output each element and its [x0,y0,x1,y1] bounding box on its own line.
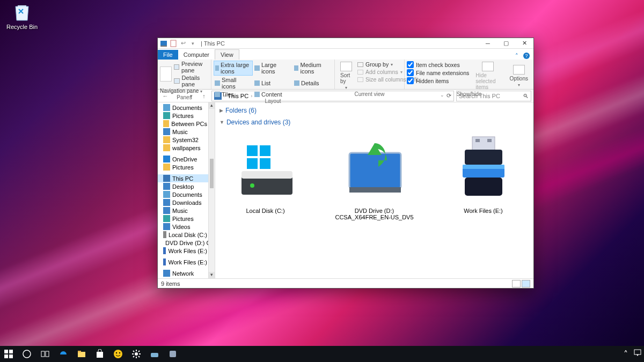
svg-rect-13 [349,187,401,193]
options-button[interactable]: Options▾ [507,61,531,91]
music-icon [163,128,170,135]
view-large-icon[interactable] [522,280,530,287]
tab-view[interactable]: View [215,49,239,60]
tree-item[interactable]: Pictures [158,215,208,223]
svg-point-25 [23,350,31,358]
layout-content[interactable]: Content [253,91,292,98]
layout-tiles[interactable]: Tiles [214,91,253,98]
details-pane-button[interactable]: Details pane [174,75,209,87]
window-title: This PC [204,40,225,47]
ribbon-collapse-icon[interactable]: ˄ [513,52,521,60]
layout-extra-large[interactable]: Extra large icons [214,61,253,76]
tab-computer[interactable]: Computer [178,50,215,60]
preview-pane-button[interactable]: Preview pane [174,61,209,73]
start-button[interactable] [2,348,15,360]
tree-item-label: Music [172,129,188,135]
scroll-down-icon[interactable]: ▾ [209,272,215,278]
tray-action-center-icon[interactable] [633,349,642,359]
taskbar-edge[interactable] [57,348,70,360]
qat-app-icon [160,40,167,47]
svg-rect-10 [247,158,258,169]
group-showhide-label: Show/hide [407,91,531,98]
tree-scrollbar[interactable]: ▴ ▾ [209,102,215,278]
tree-item[interactable]: Documents [158,190,208,198]
tree-item[interactable]: Documents [158,104,208,112]
preview-pane-icon [174,64,179,70]
tree-item[interactable]: Network [158,269,208,277]
tree-item[interactable]: System32 [158,136,208,144]
tree-item[interactable]: Music [158,206,208,215]
hdd-icon [163,231,166,238]
drive-item[interactable]: Local Disk (C:) [222,134,309,220]
layout-medium[interactable]: Medium icons [293,61,332,76]
scroll-thumb[interactable] [210,159,214,188]
tree-item[interactable]: Music [158,128,208,136]
sizefit-icon [357,77,363,82]
nav-pane-button[interactable]: Navigation pane ▾ [160,88,209,94]
vid-icon [163,223,170,230]
taskbar[interactable]: ˄ [0,346,644,362]
nav-tree[interactable]: DocumentsPicturesBetween PCsMusicSystem3… [158,102,209,278]
group-folders[interactable]: ▶Folders (6) [219,105,529,116]
maximize-button[interactable]: ▢ [497,38,515,49]
svg-text:?: ? [525,53,528,58]
group-drives[interactable]: ▼Devices and drives (3) [219,116,529,128]
tree-item[interactable]: Pictures [158,112,208,120]
tree-item-label: Desktop [172,183,194,190]
taskbar-store[interactable] [93,348,106,360]
tree-item[interactable]: Videos [158,223,208,231]
tree-item[interactable]: Work Files (E:) [158,247,208,255]
tab-file[interactable]: File [158,50,178,60]
svg-rect-29 [78,351,81,352]
tree-item[interactable]: DVD Drive (D:) C [158,239,208,247]
drive-label: Work Files (E:) [440,208,527,214]
tree-item[interactable]: Work Files (E:) [158,258,208,266]
drive-item[interactable]: Work Files (E:) [440,134,527,220]
folder-icon [163,164,170,171]
tree-item[interactable]: Local Disk (C:) [158,231,208,239]
taskbar-settings[interactable] [130,348,143,360]
layout-small[interactable]: Small icons [214,76,253,90]
layout-large[interactable]: Large icons [253,61,292,76]
svg-point-32 [116,352,117,353]
item-checkboxes-toggle[interactable]: Item check boxes [407,61,469,69]
content-icon [254,92,260,97]
hidden-items-toggle[interactable]: Hidden items [407,77,469,85]
task-view-button[interactable] [39,348,52,360]
tree-item[interactable]: Downloads [158,198,208,206]
scroll-up-icon[interactable]: ▴ [209,102,215,109]
drive-item[interactable]: DVD Drive (D:) CCSA_X64FRE_EN-US_DV5 [331,134,418,220]
tree-item[interactable]: Desktop [158,182,208,190]
layout-details[interactable]: Details [293,76,332,90]
qat-properties-icon[interactable] [170,40,177,47]
hide-selected-button[interactable]: Hide selected items [472,61,503,91]
filename-ext-toggle[interactable]: File name extensions [407,69,469,77]
cortana-button[interactable] [20,348,33,360]
tree-item[interactable]: wallpapers [158,144,208,152]
svg-rect-22 [9,350,13,353]
view-details-icon[interactable] [512,280,521,287]
folder-icon [163,144,170,151]
minimize-button[interactable]: ─ [479,38,497,49]
tree-item[interactable]: Between PCs [158,120,208,128]
taskbar-app2[interactable] [166,348,179,360]
tray-chevron-icon[interactable]: ˄ [624,349,628,359]
tree-item[interactable]: Pictures [158,163,208,171]
layout-list[interactable]: List [253,76,292,90]
content-area[interactable]: ▶Folders (6) ▼Devices and drives (3) Loc… [215,102,533,278]
pc-icon [163,175,170,182]
close-button[interactable]: ✕ [515,38,533,49]
qat-undo-icon[interactable]: ↩ [179,40,187,47]
taskbar-app-smiley[interactable] [112,348,125,360]
taskbar-explorer[interactable] [75,348,88,360]
svg-rect-17 [465,150,502,165]
help-icon[interactable]: ? [523,52,530,60]
sort-by-button[interactable]: Sort by▾ [337,61,355,91]
taskbar-app1[interactable] [148,348,161,360]
titlebar[interactable]: ↩ ▾ | This PC ─ ▢ ✕ [158,38,533,49]
qat-customize-icon[interactable]: ▾ [189,40,196,47]
svg-rect-5 [241,176,292,195]
tree-item[interactable]: OneDrive [158,155,208,163]
desktop-recycle-bin[interactable]: Recycle Bin [3,3,41,30]
tree-item[interactable]: This PC [158,174,208,182]
